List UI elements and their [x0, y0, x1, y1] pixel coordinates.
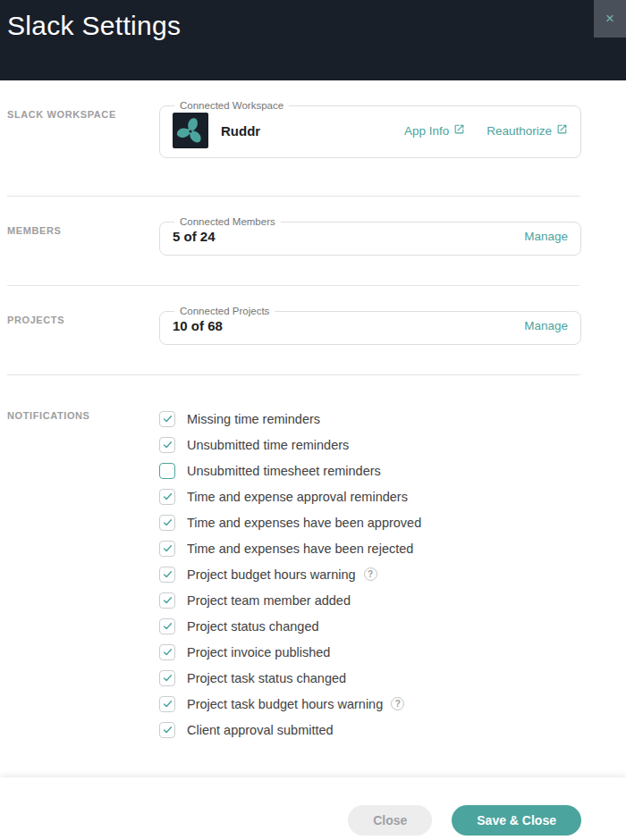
notification-label: Client approval submitted — [187, 723, 334, 737]
modal-header: Slack Settings × — [0, 0, 626, 80]
notification-label: Project task status changed — [187, 671, 346, 685]
checkmark-icon — [162, 620, 173, 632]
notification-checkbox[interactable] — [159, 437, 175, 453]
notification-label: Project invoice published — [187, 645, 330, 659]
notification-row: Time and expenses have been approved — [159, 509, 581, 535]
notification-checkbox[interactable] — [159, 567, 175, 583]
notification-label: Time and expenses have been rejected — [187, 542, 413, 556]
notification-label: Unsubmitted timesheet reminders — [187, 464, 381, 478]
projects-count: 10 of 68 — [173, 318, 223, 333]
save-and-close-button[interactable]: Save & Close — [452, 805, 581, 836]
checkmark-icon — [162, 439, 173, 450]
notification-row: Project task budget hours warning ? — [159, 691, 581, 717]
close-button[interactable]: Close — [348, 805, 432, 836]
workspace-name: Ruddr — [221, 123, 383, 139]
manage-members-link[interactable]: Manage — [524, 230, 568, 243]
checkmark-icon — [162, 724, 173, 735]
connected-members-legend: Connected Members — [174, 216, 281, 227]
section-divider — [7, 374, 579, 375]
members-count: 5 of 24 — [173, 229, 216, 244]
external-link-icon — [453, 123, 465, 138]
notification-list: Missing time reminders Unsubmitted time … — [159, 406, 581, 743]
ruddr-logo-icon — [173, 113, 208, 148]
modal-footer: Close Save & Close — [0, 777, 626, 840]
help-icon[interactable]: ? — [391, 697, 404, 710]
notification-checkbox[interactable] — [159, 670, 175, 686]
page-title: Slack Settings — [0, 0, 626, 41]
section-divider — [7, 196, 579, 197]
notification-label: Project status changed — [187, 619, 319, 634]
section-members: MEMBERS Connected Members 5 of 24 Manage — [0, 216, 626, 256]
notification-checkbox[interactable] — [159, 722, 175, 738]
section-label-notifications: NOTIFICATIONS — [0, 406, 159, 743]
section-projects: PROJECTS Connected Projects 10 of 68 Man… — [0, 306, 626, 345]
notification-checkbox[interactable] — [159, 411, 175, 427]
notification-row: Project task status changed — [159, 665, 581, 691]
help-icon[interactable]: ? — [364, 567, 377, 581]
checkmark-icon — [162, 672, 173, 684]
notification-label: Unsubmitted time reminders — [187, 438, 349, 452]
notification-checkbox[interactable] — [159, 696, 175, 712]
notification-row: Unsubmitted timesheet reminders — [159, 458, 581, 483]
checkmark-icon — [162, 542, 173, 554]
checkmark-icon — [162, 568, 173, 580]
notification-label: Time and expenses have been approved — [187, 516, 421, 530]
checkmark-icon — [162, 413, 173, 424]
connected-workspace-box: Connected Workspace — [159, 100, 581, 158]
checkmark-icon — [162, 698, 173, 710]
notification-checkbox[interactable] — [159, 463, 175, 479]
notification-row: Unsubmitted time reminders — [159, 432, 581, 458]
section-label-workspace: SLACK WORKSPACE — [0, 100, 159, 158]
external-link-icon — [556, 123, 568, 138]
section-notifications: NOTIFICATIONS Missing time reminders Uns… — [0, 406, 626, 743]
reauthorize-link[interactable]: Reauthorize — [486, 123, 568, 138]
notification-row: Missing time reminders — [159, 406, 581, 432]
notification-row: Project team member added — [159, 587, 581, 613]
notification-row: Project invoice published — [159, 639, 581, 665]
notification-row: Time and expenses have been rejected — [159, 535, 581, 561]
notification-label: Time and expense approval reminders — [187, 490, 408, 504]
checkmark-icon — [162, 646, 173, 658]
notification-label: Project team member added — [187, 593, 351, 608]
section-label-projects: PROJECTS — [0, 306, 159, 345]
checkmark-icon — [162, 594, 173, 606]
notification-row: Project budget hours warning ? — [159, 561, 581, 587]
notification-row: Client approval submitted — [159, 717, 581, 743]
section-divider — [7, 285, 579, 286]
notification-label: Project task budget hours warning — [187, 697, 383, 711]
connected-workspace-legend: Connected Workspace — [174, 100, 289, 111]
checkmark-icon — [162, 517, 173, 528]
notification-checkbox[interactable] — [159, 489, 175, 505]
connected-projects-box: Connected Projects 10 of 68 Manage — [159, 306, 581, 345]
notification-checkbox[interactable] — [159, 515, 175, 531]
notification-checkbox[interactable] — [159, 618, 175, 634]
notification-label: Project budget hours warning — [187, 567, 356, 582]
app-info-link[interactable]: App Info — [404, 123, 465, 138]
notification-row: Time and expense approval reminders — [159, 483, 581, 509]
section-label-members: MEMBERS — [0, 216, 159, 256]
connected-projects-legend: Connected Projects — [174, 306, 275, 316]
reauthorize-label: Reauthorize — [486, 124, 552, 138]
section-slack-workspace: SLACK WORKSPACE Connected Workspace — [0, 100, 626, 158]
notification-checkbox[interactable] — [159, 541, 175, 557]
close-icon[interactable]: × — [594, 0, 626, 38]
notification-row: Project status changed — [159, 613, 581, 639]
notification-label: Missing time reminders — [187, 412, 320, 426]
connected-members-box: Connected Members 5 of 24 Manage — [159, 216, 581, 256]
notification-checkbox[interactable] — [159, 592, 175, 609]
checkmark-icon — [162, 491, 173, 502]
manage-projects-link[interactable]: Manage — [524, 319, 568, 332]
app-info-label: App Info — [404, 124, 449, 138]
notification-checkbox[interactable] — [159, 644, 175, 660]
